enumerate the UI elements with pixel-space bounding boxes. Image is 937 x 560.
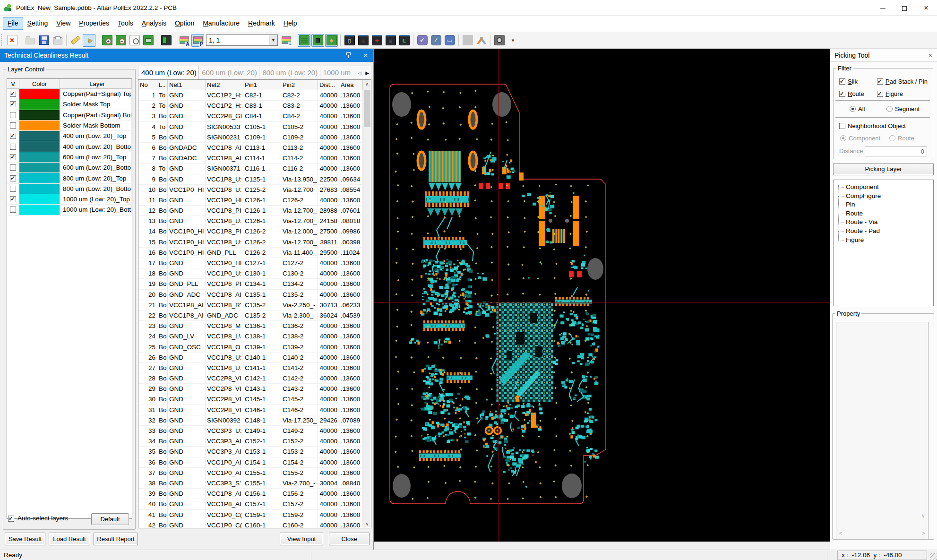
measure-button[interactable] (69, 34, 82, 47)
table-row[interactable]: 1ToGNDVCC1P2_H:C82-1C82-240000.13600 (138, 90, 371, 101)
layer-pair-button[interactable]: P (191, 34, 204, 47)
checkbox[interactable] (839, 78, 845, 85)
layer-visibility-checkbox[interactable] (10, 91, 16, 97)
tab-scroll-left-icon[interactable]: ◁ (358, 70, 362, 76)
table-row[interactable]: 20BoGND_ADCVCC1P8_AIC135-1C135-240000.13… (138, 290, 371, 300)
table-row[interactable]: 23BoGNDVCC1P8_MC136-1C136-240000.13600 (138, 321, 371, 331)
scroll-down-icon[interactable]: ∨ (921, 513, 925, 519)
layer-color-swatch[interactable] (19, 99, 60, 109)
radio[interactable] (886, 106, 893, 112)
table-row[interactable]: 42BoGNDVCC1P0_C(C160-1C160-240000.13600 (138, 520, 371, 528)
filter-checkbox-route[interactable]: Route (839, 90, 864, 97)
picking-tool-close-icon[interactable]: × (928, 49, 932, 62)
column-header-area[interactable]: Area (339, 80, 363, 90)
board-view-button[interactable] (160, 34, 172, 47)
tab-800um[interactable]: 800 um (Low: 20) (259, 66, 320, 79)
table-row[interactable]: 17BoGNDVCC1P0_HIC127-1C127-240000.13600 (138, 258, 371, 268)
table-scrollbar[interactable]: ∧ ∨ (363, 80, 371, 528)
layer-color-swatch[interactable] (19, 163, 60, 172)
picking-layer-button[interactable]: Picking Layer (833, 163, 934, 175)
layer-color-swatch[interactable] (19, 121, 60, 130)
layer-color-swatch[interactable] (19, 194, 60, 204)
zoom-fit-button[interactable] (142, 34, 155, 47)
tree-item-routepad[interactable]: Route - Pad (836, 227, 933, 236)
column-header-l[interactable]: L.. (157, 80, 168, 90)
tree-item-pin[interactable]: Pin (836, 200, 933, 209)
filter-checkbox-silk[interactable]: Silk (839, 78, 858, 85)
layer-color-swatch[interactable] (19, 141, 60, 151)
checkbox[interactable] (839, 123, 845, 129)
layer-row[interactable]: Copper(Pad+Signal) Bottom (7, 110, 132, 121)
chevron-down-icon[interactable]: ▼ (269, 35, 277, 45)
more-button[interactable]: ▾ (507, 34, 519, 47)
maximize-button[interactable] (894, 0, 915, 16)
save-result-button[interactable]: Save Result (5, 533, 45, 545)
tree-item-component[interactable]: Component (836, 183, 933, 192)
column-header-net2[interactable]: Net2 (206, 80, 243, 90)
table-row[interactable]: 31BoGNDVCC2P8_VIC146-1C146-240000.13600 (138, 405, 371, 415)
layer-visibility-checkbox[interactable] (10, 144, 16, 150)
scroll-right-icon[interactable]: > (922, 530, 925, 536)
menu-item-redmark[interactable]: Redmark (244, 17, 279, 30)
table-row[interactable]: 35BoGNDVCC3P3_AIC153-1C153-240000.13600 (138, 447, 371, 457)
table-row[interactable]: 21BoVCC1P8_AIVCC1P8_R'C135-2Via-2.250_-3… (138, 300, 371, 310)
table-row[interactable]: 10BoVCC1P0_HIVCC1P8_U:C125-2Via-12.700_2… (138, 185, 371, 195)
layer-select-combo[interactable]: 1, 1▼ (206, 34, 278, 46)
column-header-no[interactable]: No (138, 80, 157, 90)
layer-row[interactable]: 800 um (Low: 20)_Bottom (7, 184, 132, 194)
layer-row[interactable]: 400 um (Low: 20)_Bottom (7, 141, 132, 152)
menu-item-analysis[interactable]: Analysis (138, 17, 171, 30)
radio[interactable] (850, 106, 856, 112)
layer-visibility-checkbox[interactable] (10, 164, 16, 171)
table-row[interactable]: 12BoGNDVCC1P8_PIC126-1Via-12.700_28988.0… (138, 206, 371, 216)
table-row[interactable]: 13BoGNDVCC1P8_U:C126-1Via-12.700_24158.0… (138, 216, 371, 226)
table-row[interactable]: 7BoGNDADCVCC1P8_AIC114-1C114-240000.1360… (138, 153, 371, 164)
minimize-button[interactable] (872, 0, 894, 16)
layer-color-swatch[interactable] (19, 110, 60, 120)
checkbox[interactable] (877, 91, 883, 97)
tree-item-figure[interactable]: Figure (836, 236, 933, 245)
layer-row[interactable]: Copper(Pad+Signal) Top (7, 89, 132, 99)
save-button[interactable] (37, 34, 50, 47)
menu-item-help[interactable]: Help (279, 17, 301, 30)
mode-radio-segment[interactable]: Segment (886, 105, 920, 112)
table-row[interactable]: 25BoGND_OSCVCC1P8_OC139-1C139-240000.136… (138, 342, 371, 353)
table-row[interactable]: 36BoGNDVCC1P0_AIC154-1C154-240000.13600 (138, 457, 371, 468)
layer-visibility-checkbox[interactable] (10, 112, 16, 118)
table-row[interactable]: 27BoGNDVCC1P8_U:C141-1C141-240000.13600 (138, 363, 371, 373)
layer-visibility-checkbox[interactable] (10, 186, 16, 192)
pcb-viewport[interactable] (374, 49, 830, 542)
menu-item-file[interactable]: File (3, 17, 23, 30)
table-row[interactable]: 22BoVCC1P8_AIGND_ADCC135-2Via-2.300_-360… (138, 310, 371, 321)
zoom-window-button[interactable] (128, 34, 141, 47)
zoom-in-button[interactable]: + (101, 34, 113, 47)
column-header-pin2[interactable]: Pin2 (281, 80, 318, 90)
layer-row[interactable]: 1000 um (Low: 20)_Top (7, 194, 132, 205)
table-row[interactable]: 4ToGNDSIGN00533C105-1C105-240000.13600 (138, 122, 371, 132)
table-row[interactable]: 38BoGNDVCC3P3_S'C155-1Via-2.700_-30004.0… (138, 478, 371, 489)
table-row[interactable]: 29BoGNDVCC2P8_VIC143-1C143-240000.13600 (138, 384, 371, 394)
tree-item-routevia[interactable]: Route - Via (836, 218, 933, 227)
table-row[interactable]: 14BoVCC1P0_HIVCC1P8_PIC126-2Via-12.000_2… (138, 226, 371, 237)
layer-color-swatch[interactable] (19, 152, 60, 162)
mode-radio-all[interactable]: All (850, 105, 865, 112)
menu-item-manufacture[interactable]: Manufacture (198, 17, 244, 30)
layer-row[interactable]: Solder Mask Top (7, 99, 132, 110)
tab-600um[interactable]: 600 um (Low: 20) (199, 66, 259, 79)
dialog-close-icon[interactable]: × (363, 49, 368, 62)
layer-row[interactable]: 600 um (Low: 20)_Bottom (7, 163, 132, 173)
open-folder-button[interactable] (24, 34, 36, 47)
table-row[interactable]: 8ToGNDSIGN00371C116-1C116-240000.13600 (138, 164, 371, 174)
menu-item-setting[interactable]: Setting (23, 17, 52, 30)
table-row[interactable]: 26BoGNDVCC1P8_U:C140-1C140-240000.13600 (138, 353, 371, 363)
layer-color-swatch[interactable] (19, 89, 60, 99)
layer-row[interactable]: 1000 um (Low: 20)_Bottom (7, 205, 132, 215)
capture-button[interactable] (493, 34, 506, 47)
table-row[interactable]: 30BoGNDVCC2P8_VIC145-1C145-240000.13600 (138, 394, 371, 405)
neighborhood-object-checkbox[interactable]: Neighborhood Object (839, 122, 906, 129)
table-row[interactable]: 32BoGNDSIGN00392C148-1Via-17.250_29426.0… (138, 415, 371, 426)
layer-visibility-checkbox[interactable] (10, 122, 16, 129)
table-row[interactable]: 16BoVCC1P0_HIGND_PLLC126-2Via-11.400_295… (138, 248, 371, 258)
distance-input[interactable]: 0 (865, 146, 927, 156)
tools-button[interactable] (475, 34, 488, 47)
